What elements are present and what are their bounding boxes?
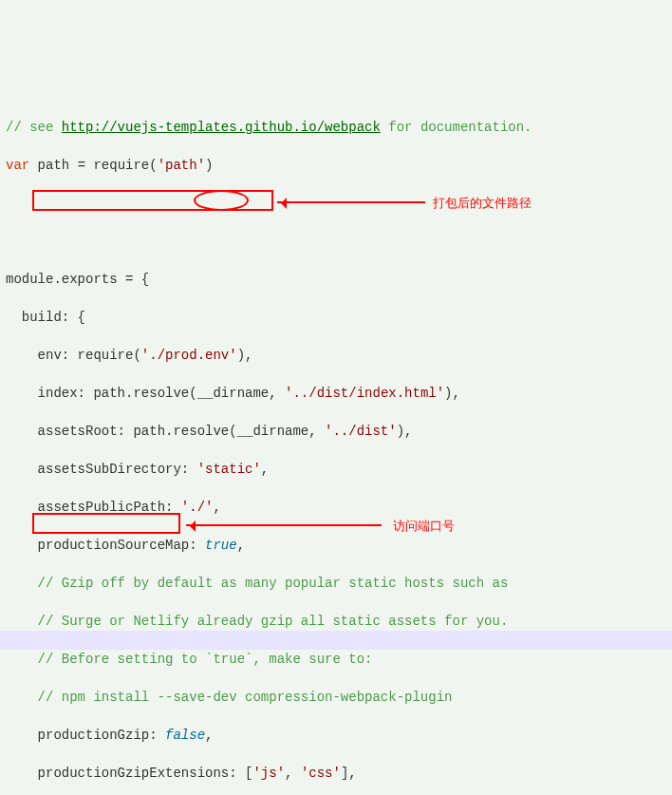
code-text: productionGzip: (6, 728, 165, 743)
code-line: assetsSubDirectory: 'static', (0, 460, 672, 479)
code-line: assetsPublicPath: './', (0, 498, 672, 517)
code-text: assetsRoot: path.resolve(__dirname, (6, 424, 325, 439)
code-text: ), (444, 386, 460, 401)
code-text: path = require( (29, 158, 157, 173)
code-comment: // Gzip off by default as many popular s… (6, 576, 508, 591)
code-text: ], (341, 766, 357, 781)
code-line: module.exports = { (0, 270, 672, 289)
code-text: ), (237, 348, 253, 363)
code-text: env: require( (6, 348, 141, 363)
code-string: './prod.env' (141, 348, 237, 363)
code-boolean: true (205, 538, 237, 553)
code-line: // Before setting to `true`, make sure t… (0, 650, 672, 669)
code-text: , (213, 500, 220, 515)
code-string: '../dist/index.html' (285, 386, 444, 401)
doc-link[interactable]: http://vuejs-templates.github.io/webpack (62, 120, 381, 135)
code-line: // see http://vuejs-templates.github.io/… (0, 118, 672, 137)
code-line: // npm install --save-dev compression-we… (0, 688, 672, 707)
code-string: 'path' (158, 158, 205, 173)
code-comment: // Surge or Netlify already gzip all sta… (6, 614, 508, 629)
code-string: './' (181, 500, 214, 515)
code-text: for documentation. (381, 120, 532, 135)
code-comment: // Before setting to `true`, make sure t… (6, 652, 372, 667)
code-line: productionSourceMap: true, (0, 536, 672, 555)
code-line: index: path.resolve(__dirname, '../dist/… (0, 384, 672, 403)
code-line: productionGzipExtensions: ['js', 'css'], (0, 764, 672, 783)
code-line (0, 232, 672, 251)
code-line: // Surge or Netlify already gzip all sta… (0, 612, 672, 631)
code-text: productionSourceMap: (6, 538, 205, 553)
code-text: assetsSubDirectory: (6, 462, 197, 477)
annotation-arrow-2 (186, 524, 382, 526)
code-line: env: require('./prod.env'), (0, 346, 672, 365)
annotation-label-2: 访问端口号 (393, 517, 455, 536)
code-boolean: false (165, 728, 205, 743)
code-line: assetsRoot: path.resolve(__dirname, '../… (0, 422, 672, 441)
highlighted-line (0, 631, 672, 650)
code-comment: // npm install --save-dev compression-we… (6, 690, 452, 705)
code-line: var path = require('path') (0, 156, 672, 175)
code-text: // see (6, 120, 62, 135)
code-string: 'js' (252, 766, 285, 781)
code-line: productionGzip: false, (0, 726, 672, 745)
code-string: 'css' (301, 766, 341, 781)
code-text: , (237, 538, 245, 553)
code-text: module.exports = { (6, 272, 149, 287)
code-line: // Gzip off by default as many popular s… (0, 574, 672, 593)
code-text: ), (397, 424, 413, 439)
code-keyword: var (6, 158, 29, 173)
code-text: index: path.resolve(__dirname, (6, 386, 285, 401)
code-line (0, 194, 672, 213)
code-text: assetsPublicPath: (6, 500, 181, 515)
annotation-label-1: 打包后的文件路径 (433, 194, 532, 213)
code-string: 'static' (197, 462, 261, 477)
code-text: , (205, 728, 213, 743)
code-string: '../dist' (325, 424, 397, 439)
code-text: ) (205, 158, 213, 173)
code-text: build: { (6, 310, 85, 325)
code-text: productionGzipExtensions: [ (6, 766, 252, 781)
code-line: build: { (0, 308, 672, 327)
code-text: , (261, 462, 269, 477)
code-text: , (285, 766, 301, 781)
